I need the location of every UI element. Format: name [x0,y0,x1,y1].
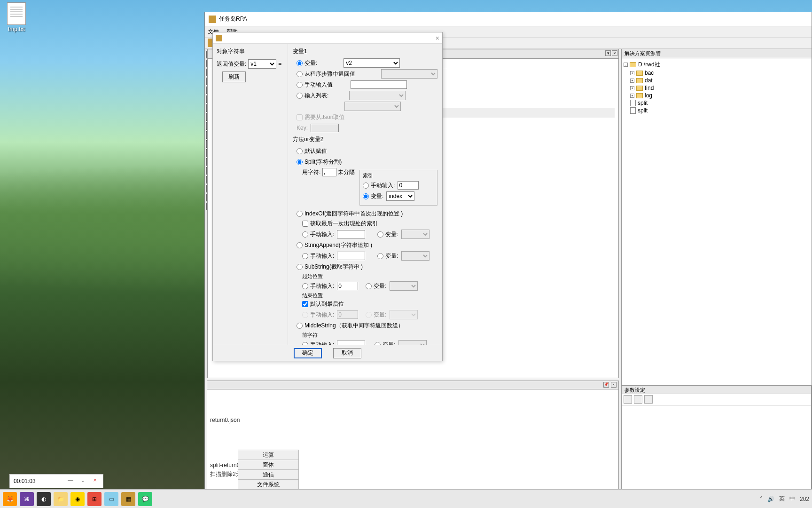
middle-pre-input[interactable] [337,341,365,345]
return-var-label: 返回值变量: [217,60,246,68]
var1-step-select[interactable] [381,69,437,79]
cat-button[interactable]: 通信 [238,469,299,480]
tree-view[interactable]: -D:\rwd社 +bac +dat +find +log split spli… [622,58,812,385]
indexof-manual-input[interactable] [337,230,365,238]
indexof-var-select[interactable] [401,230,429,239]
split-nosep-label: 未分隔 [338,169,355,175]
tab-close-icon[interactable]: × [612,50,617,56]
tree-item[interactable]: split [624,99,810,107]
params-btn-1[interactable] [624,395,632,404]
tray-chevron-icon[interactable]: ˄ [760,496,763,502]
substr-end-input [337,310,358,319]
taskbar-explorer-icon[interactable]: 📁 [54,492,68,506]
var1-opt-var[interactable]: 变量: [297,59,317,67]
json-checkbox[interactable]: 需要从Json取值 [297,113,344,121]
append-var[interactable]: 变量: [377,252,398,260]
append-var-select[interactable] [401,251,429,261]
substr-tolast-check[interactable]: 默认到最后位 [302,300,344,308]
var1-manual-input[interactable] [351,80,407,89]
substr-end-label: 结束位置 [302,292,437,299]
idx-manual-input[interactable] [398,181,419,190]
system-tray[interactable]: ˄ 🔊 英 中 202 [760,495,809,503]
tab-dropdown-icon[interactable]: ▾ [605,50,611,56]
recorder-close-icon[interactable]: × [91,477,99,485]
taskbar-rpa-icon[interactable]: ▦ [121,492,135,506]
opt-substr[interactable]: SubString(截取字符串 ) [297,263,363,271]
indexof-manual[interactable]: 手动输入: [302,230,334,238]
explorer-header: 解决方案资源管 [622,49,812,58]
taskbar-app3-icon[interactable]: ▭ [104,492,118,506]
substr-start-input[interactable] [337,282,358,290]
taskbar-app-icon[interactable]: ◐ [37,492,51,506]
append-manual[interactable]: 手动输入: [302,252,334,260]
taskbar-grid-icon[interactable]: ⊞ [87,492,102,506]
idx-manual[interactable]: 手动输入: [363,182,395,190]
substr-end-var-select [390,310,418,319]
tray-ime2[interactable]: 中 [789,495,795,503]
cat-button[interactable]: 文件系统 [238,479,299,490]
tree-item[interactable]: +find [624,84,810,92]
equals-sign: = [278,61,281,67]
cat-button[interactable]: 运算 [238,450,299,460]
recorder-expand-icon[interactable]: ⌄ [78,477,87,485]
desktop-file-icon[interactable]: tmp.txt [2,2,31,32]
middle-pre-var[interactable]: 变量: [375,341,395,345]
taskbar-wechat-icon[interactable]: 💬 [138,492,152,506]
dialog-footer: 确定 取消 [213,345,442,361]
indexof-last-check[interactable]: 获取最后一次出现处的索引 [302,220,378,228]
ok-button[interactable]: 确定 [294,348,322,358]
middle-pre-label: 前字符 [302,332,437,339]
tray-ime[interactable]: 英 [779,495,785,503]
refresh-button[interactable]: 刷新 [222,71,246,82]
return-var-select[interactable]: v1 [248,59,276,69]
var1-opt-step[interactable]: 从程序步骤中返回值 [297,70,355,78]
tree-item[interactable]: +dat [624,77,810,84]
var1-list-select[interactable] [349,91,406,100]
screen-recorder-widget[interactable]: 00:01:03 — ⌄ × [9,474,103,488]
params-btn-3[interactable] [644,395,653,404]
split-char-input[interactable] [322,168,336,176]
pin-icon[interactable]: 📌 [603,382,609,388]
opt-append[interactable]: StringAppend(字符串追加 ) [297,241,372,249]
var1-opt-list[interactable]: 输入列表: [297,92,328,100]
substr-start-manual[interactable]: 手动输入: [302,282,334,290]
opt-split[interactable]: Split(字符分割) [297,158,342,166]
taskbar-app2-icon[interactable]: ◉ [70,492,85,506]
taskbar-vs-icon[interactable]: ⌘ [20,492,34,506]
tree-root[interactable]: -D:\rwd社 [624,60,810,69]
tray-time[interactable]: 202 [800,496,809,502]
idx-var-select[interactable]: index [386,191,414,201]
dialog-left-panel: 对象字符串 返回值变量: v1 = 刷新 [213,44,288,345]
append-manual-input[interactable] [337,252,365,260]
taskbar-firefox-icon[interactable]: 🦊 [3,492,17,506]
idx-var[interactable]: 变量: [363,192,383,200]
substr-start-var-select[interactable] [390,281,418,291]
cat-button[interactable]: 窗体 [238,460,299,470]
log-close-icon[interactable]: × [611,382,617,388]
tray-volume-icon[interactable]: 🔊 [767,496,774,502]
cancel-button[interactable]: 取消 [333,348,361,358]
opt-middle[interactable]: MiddleString（获取中间字符返回数组） [297,322,404,330]
var1-list-select2 [344,102,401,111]
tree-item[interactable]: +log [624,92,810,99]
dialog-close-icon[interactable]: × [436,34,439,42]
params-btn-2[interactable] [634,395,642,404]
indexof-var[interactable]: 变量: [377,230,398,238]
tree-item[interactable]: split [624,107,810,114]
tree-item[interactable]: +bac [624,69,810,77]
recorder-minimize-icon[interactable]: — [66,477,75,485]
var1-title: 变量1 [293,48,437,56]
opt-default[interactable]: 默认赋值 [297,147,327,155]
var1-opt-manual[interactable]: 手动输入值 [297,81,333,89]
left-title: 对象字符串 [217,48,284,56]
dialog-titlebar[interactable]: × [213,32,442,44]
opt-indexof[interactable]: IndexOf(返回字符串中首次出现的位置 ) [297,210,403,218]
titlebar[interactable]: 任务岛RPA [205,12,812,26]
substr-start-var[interactable]: 变量: [366,282,386,290]
var1-var-select[interactable]: v2 [344,58,400,68]
middle-pre-manual[interactable]: 手动输入: [302,341,334,345]
app-icon [209,16,216,23]
log-header: 📌× [207,381,618,389]
middle-pre-var-select[interactable] [398,340,427,345]
txt-file-icon [7,2,26,25]
